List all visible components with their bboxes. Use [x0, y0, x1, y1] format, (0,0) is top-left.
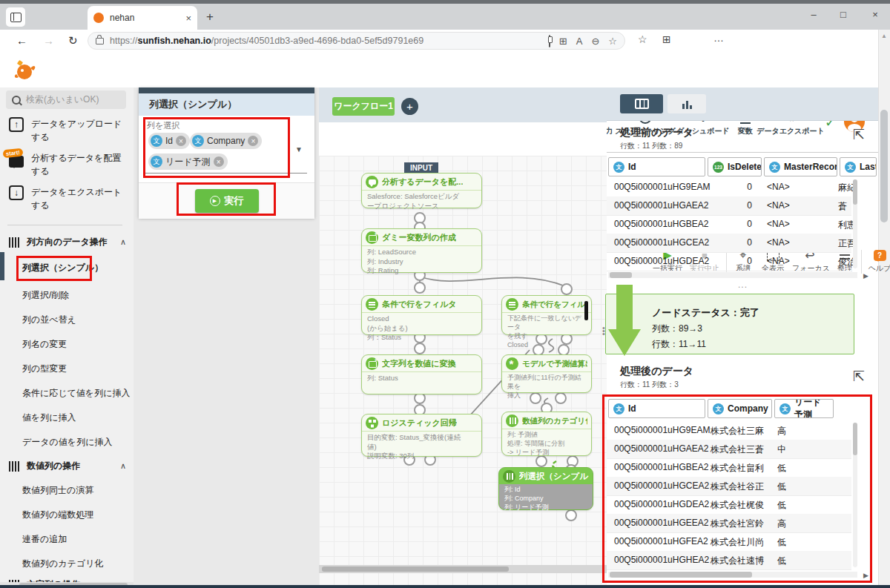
before-data-title: 処理前のデータ [620, 126, 693, 139]
node-scrollbar-thumb[interactable] [584, 301, 588, 320]
page-scrollbar-thumb[interactable] [880, 110, 888, 222]
add-workflow-button[interactable]: + [401, 98, 418, 115]
window-bottom-edge [0, 585, 890, 588]
col-header-lead-prediction[interactable]: 文リード予測 [774, 399, 834, 418]
expand-before-icon[interactable]: ⇱ [853, 126, 865, 143]
sidebar-item-upload[interactable]: ↑ データをアップロードする [9, 117, 126, 144]
before-table-hscrollbar-thumb[interactable] [610, 272, 632, 278]
workspaces-button[interactable] [6, 7, 25, 27]
settings-more-icon[interactable]: … [713, 32, 724, 44]
scroll-right-arrow[interactable]: ▶ [863, 572, 868, 579]
chip-close-icon[interactable]: × [176, 136, 186, 146]
download-icon: ↓ [9, 185, 24, 200]
close-button[interactable]: × [864, 9, 886, 20]
node-string-to-number[interactable]: 文字列を数値に変換 列: Status [361, 354, 482, 394]
node-logistic-regression[interactable]: ロジスティック回帰 目的変数: Status_変換後(連続値)説明変数: 30列 [361, 414, 482, 457]
sidebar-section-numeric-ops[interactable]: 数値列の操作 ∧ [9, 460, 126, 472]
qr-grid-icon[interactable]: ⊞ [559, 36, 567, 47]
chip-id[interactable]: 文 Id × [148, 133, 190, 149]
node-column-select-simple-selected[interactable]: 列選択（シンプル） 列: Id列: Company列: リード予測 [498, 467, 593, 510]
forward-button[interactable]: → [43, 34, 54, 47]
maximize-button[interactable]: □ [832, 9, 854, 20]
chip-lead-prediction[interactable]: 文 リード予測 × [148, 153, 228, 170]
read-aloud-icon[interactable]: A [576, 36, 583, 47]
refresh-button[interactable]: ↻ [68, 34, 78, 47]
before-table-hscrollbar[interactable] [608, 272, 857, 278]
sidebar-item-export[interactable]: ↓ データをエクスポートする [9, 185, 126, 212]
after-table-vscrollbar-thumb[interactable] [853, 423, 857, 455]
dropdown-caret-icon[interactable]: ▼ [295, 145, 303, 153]
address-bar[interactable]: https://sunfish.nehan.io/projects/40501d… [88, 32, 625, 50]
upload-icon: ↑ [9, 117, 24, 132]
device-send-icon[interactable] [549, 36, 550, 47]
table-row: 00Q5i000001uHG9EAM 0 <NA> 麻紀 [607, 178, 851, 197]
canvas-hscrollbar-thumb[interactable] [322, 566, 509, 572]
tab-title: nehan [110, 13, 185, 23]
table-view-toggle[interactable] [620, 94, 663, 113]
zoom-out-icon[interactable]: ⊖ [591, 36, 599, 47]
sidebar-item-insert-data-value[interactable]: データの値を列に挿入 [22, 436, 130, 449]
sidebar-item-column-select-delete[interactable]: 列選択/削除 [22, 289, 130, 302]
col-header-masterrecordid[interactable]: 文MasterRecordId [764, 157, 837, 176]
after-data-header: 処理後のデータ 行数：11 列数：3 [620, 365, 693, 390]
col-header-id[interactable]: 文Id [608, 157, 705, 176]
chip-close-icon[interactable]: × [214, 156, 224, 167]
favorites-bar-icon[interactable]: ☆ [638, 33, 647, 45]
table-row: 00Q5i000001uHGAEA2 0 <NA> 蒼 [607, 196, 851, 216]
sidebar-item-rounding[interactable]: 数値列の端数処理 [22, 509, 130, 521]
col-header-isdeleted[interactable]: 123IsDeleted [708, 157, 762, 176]
after-table-hscrollbar-thumb[interactable] [610, 572, 752, 578]
sidebar-item-add-sequence[interactable]: 連番の追加 [22, 533, 130, 546]
favorite-star-icon[interactable]: ☆ [608, 36, 617, 47]
back-button[interactable]: ← [16, 34, 27, 47]
sidebar-item-change-type[interactable]: 列の型変更 [22, 363, 130, 375]
node-filter-rows-left[interactable]: 条件で行をフィルタ Closed(から始まる)列：Status [361, 295, 482, 335]
node-dummy-variables[interactable]: ダミー変数列の作成 列: LeadSource列: Industry列: Rat… [361, 228, 482, 273]
col-header-company[interactable]: 文Company [708, 399, 772, 418]
browser-tab[interactable]: nehan × [88, 6, 197, 30]
col-header-id[interactable]: 文Id [608, 399, 705, 418]
node-model-predict[interactable]: モデルで予測値算出 予測値列に11行の予測結果を挿入 [501, 354, 592, 393]
rows-icon [366, 298, 378, 311]
network-icon [366, 417, 378, 429]
chart-view-toggle[interactable] [668, 94, 706, 113]
run-button[interactable]: ▶ 実行 [195, 189, 259, 213]
sidebar-item-place-data[interactable]: start! 分析するデータを配置する [9, 151, 126, 178]
sidebar-item-column-sort[interactable]: 列の並べ替え [22, 314, 130, 326]
collections-icon[interactable]: ⊞ [662, 33, 671, 45]
text-type-icon: 文 [779, 403, 791, 414]
workflow-tab[interactable]: ワークフロー1 [332, 97, 395, 116]
run-band: ▶ 実行 [139, 182, 314, 219]
before-table-vscrollbar[interactable] [853, 179, 857, 268]
help-button[interactable]: ? ヘルプ [868, 248, 890, 274]
config-card-topbar [139, 87, 314, 93]
expand-after-icon[interactable]: ⇱ [853, 368, 865, 385]
chip-close-icon[interactable]: × [248, 136, 258, 146]
col-header-lastname[interactable]: 文LastName [840, 157, 877, 176]
help-bubble-icon: ? [874, 250, 886, 261]
sidebar-search[interactable]: 検索(あいまいOK) [6, 90, 126, 109]
new-tab-button[interactable]: + [206, 10, 214, 24]
after-table-vscrollbar[interactable] [853, 423, 857, 567]
sidebar-item-rename-column[interactable]: 列名の変更 [22, 338, 130, 351]
sidebar-section-column-ops[interactable]: 列方向のデータ操作 ∧ [9, 236, 126, 248]
image-plus-icon [366, 231, 378, 244]
after-table-hscrollbar[interactable] [608, 572, 857, 578]
node-filter-rows-right[interactable]: 条件で行をフィルタ 下記条件に一致しないデータを残すClosed [501, 295, 592, 335]
chip-company[interactable]: 文 Company × [190, 133, 262, 149]
sidebar-item-numeric-arithmetic[interactable]: 数値列同士の演算 [22, 484, 130, 497]
scrollbar-up-arrow[interactable]: ▲ [881, 33, 887, 39]
node-place-data[interactable]: 分析するデータを配... Salesforce: Salesforceビルダープ… [361, 173, 482, 208]
sidebar-item-insert-value[interactable]: 値を列に挿入 [22, 412, 130, 424]
before-table-vscrollbar-thumb[interactable] [853, 179, 857, 205]
browser-address-row: ← → ↻ https://sunfish.nehan.io/projects/… [0, 30, 878, 53]
workflow-canvas[interactable]: INPUT 分析するデータを配... Salesforce: Salesforc… [319, 156, 607, 588]
node-categorize-numeric[interactable]: 数値列のカテゴリ化 列: 予測値処理: 等間隔に分割-> リード予測 [501, 412, 592, 456]
sidebar-item-insert-by-condition[interactable]: 条件に応じて値を列に挿入 [22, 387, 130, 400]
sidebar-item-column-select-simple[interactable]: 列選択（シンプル） [22, 262, 130, 274]
tab-close-icon[interactable]: × [185, 13, 191, 24]
scroll-right-arrow[interactable]: ▶ [863, 272, 868, 280]
chevron-up-icon: ∧ [120, 461, 126, 471]
minimize-button[interactable]: – [802, 9, 825, 20]
sidebar-item-categorize-numeric[interactable]: 数値列のカテゴリ化 [22, 558, 130, 570]
